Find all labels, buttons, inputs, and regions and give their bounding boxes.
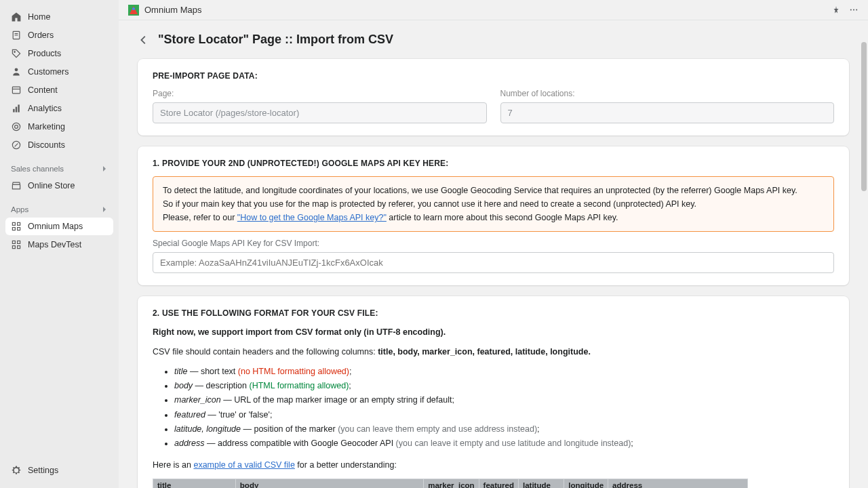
nav-online-store[interactable]: Online Store: [5, 177, 113, 195]
svg-point-21: [853, 9, 854, 10]
nav-label: Content: [28, 85, 58, 95]
nav-settings[interactable]: Settings: [5, 461, 113, 480]
chevron-right-icon: [101, 206, 108, 213]
topbar: Omnium Maps: [119, 0, 868, 20]
nav-orders[interactable]: Orders: [5, 26, 113, 44]
page-header: "Store Locator" Page :: Import from CSV: [138, 33, 849, 47]
nav-label: Marketing: [28, 122, 65, 131]
step2-card: 2. USE THE FOLLOWING FORMAT FOR YOUR CSV…: [138, 296, 849, 488]
nav-app-omnium-maps[interactable]: Omnium Maps: [5, 218, 113, 235]
sidebar: Home Orders Products Customers Content A…: [0, 0, 119, 488]
svg-rect-14: [12, 241, 15, 243]
table-header: marker_icon: [424, 479, 479, 488]
table-header: featured: [479, 479, 518, 488]
apps-header[interactable]: Apps: [5, 201, 113, 218]
analytics-icon: [11, 103, 22, 114]
nav-label: Home: [28, 12, 50, 22]
table-header: body: [235, 479, 423, 488]
nav-customers[interactable]: Customers: [5, 63, 113, 81]
api-key-input[interactable]: [153, 252, 834, 273]
nav-marketing[interactable]: Marketing: [5, 118, 113, 136]
nav-label: Orders: [28, 30, 54, 40]
nav-discounts[interactable]: Discounts: [5, 136, 113, 154]
products-icon: [11, 48, 22, 59]
svg-rect-10: [12, 222, 15, 225]
svg-point-19: [132, 7, 135, 10]
pin-icon[interactable]: [831, 4, 841, 16]
card-heading: PRE-IMPORT PAGE DATA:: [153, 71, 834, 81]
svg-rect-11: [18, 222, 20, 225]
example-csv-link[interactable]: example of a valid CSV file: [193, 460, 294, 470]
table-header: longitude: [564, 479, 608, 488]
page-field: [153, 102, 487, 123]
nav-label: Analytics: [28, 104, 62, 113]
card-heading: 1. PROVIDE YOUR 2ND (UNPROTECTED!) GOOGL…: [153, 159, 834, 168]
svg-rect-5: [16, 107, 17, 113]
step1-card: 1. PROVIDE YOUR 2ND (UNPROTECTED!) GOOGL…: [138, 146, 849, 285]
nav-label: Customers: [28, 67, 68, 77]
gear-icon: [11, 465, 22, 476]
nav-label: Products: [28, 49, 61, 58]
svg-point-2: [15, 68, 18, 71]
svg-point-7: [12, 123, 20, 130]
nav-label: Omnium Maps: [28, 222, 83, 231]
app-logo-icon: [128, 5, 139, 16]
store-icon: [11, 180, 22, 191]
svg-point-8: [15, 125, 18, 129]
more-icon[interactable]: [849, 4, 859, 16]
svg-point-20: [850, 9, 852, 10]
svg-rect-3: [12, 87, 20, 94]
api-key-help-link[interactable]: "How to get the Google Maps API key?": [237, 213, 387, 222]
svg-rect-15: [18, 241, 20, 243]
app-icon: [11, 221, 22, 232]
nav-label: Online Store: [28, 181, 75, 190]
customers-icon: [11, 66, 22, 77]
app-icon: [11, 239, 22, 250]
home-icon: [11, 12, 22, 22]
count-label: Number of locations:: [500, 89, 835, 98]
page-label: Page:: [153, 89, 487, 98]
page-title: "Store Locator" Page :: Import from CSV: [158, 33, 393, 47]
nav-products[interactable]: Products: [5, 45, 113, 62]
nav-analytics[interactable]: Analytics: [5, 100, 113, 117]
api-key-label: Special Google Maps API Key for CSV Impo…: [153, 239, 834, 248]
discounts-icon: [11, 140, 22, 150]
nav-content[interactable]: Content: [5, 81, 113, 99]
sales-channels-header[interactable]: Sales channels: [5, 161, 113, 177]
api-key-note: To detect the latitude, and longitude co…: [153, 176, 834, 232]
count-field: [500, 102, 835, 123]
preimport-card: PRE-IMPORT PAGE DATA: Page: Number of lo…: [138, 59, 849, 136]
table-header: title: [153, 479, 236, 488]
field-list: title — short text (no HTML formatting a…: [174, 365, 834, 451]
svg-rect-4: [13, 109, 14, 113]
table-header: address: [608, 479, 748, 488]
nav-label: Maps DevTest: [28, 240, 81, 249]
card-heading: 2. USE THE FOLLOWING FORMAT FOR YOUR CSV…: [153, 308, 834, 318]
chevron-right-icon: [101, 165, 108, 172]
table-header: latitude: [518, 479, 564, 488]
svg-point-22: [856, 9, 857, 10]
nav-label: Settings: [28, 466, 58, 475]
content-icon: [11, 85, 22, 96]
nav-home[interactable]: Home: [5, 8, 113, 26]
topbar-title: Omnium Maps: [144, 5, 831, 15]
svg-rect-16: [12, 246, 15, 249]
nav-label: Discounts: [28, 140, 65, 150]
back-button[interactable]: [138, 34, 150, 46]
svg-rect-6: [18, 104, 19, 112]
svg-rect-17: [18, 246, 20, 249]
marketing-icon: [11, 121, 22, 132]
svg-point-1: [14, 52, 16, 53]
svg-rect-13: [18, 228, 20, 230]
orders-icon: [11, 30, 22, 41]
nav-app-maps-devtest[interactable]: Maps DevTest: [5, 236, 113, 253]
sample-table: titlebodymarker_iconfeaturedlatitudelong…: [153, 479, 748, 489]
scrollbar[interactable]: [860, 41, 868, 488]
svg-rect-12: [12, 228, 15, 230]
